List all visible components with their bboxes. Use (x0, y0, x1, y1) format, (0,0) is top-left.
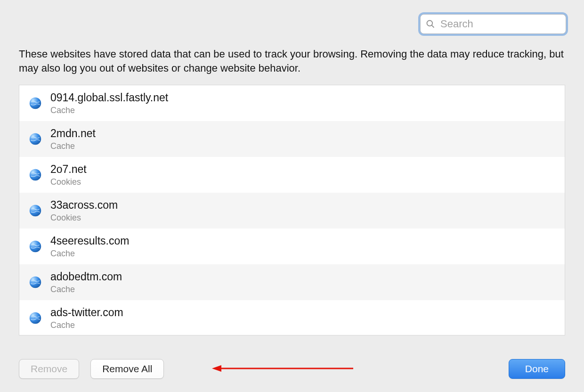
row-text: 4seeresults.com Cache (50, 234, 129, 259)
done-button[interactable]: Done (509, 359, 565, 379)
globe-icon (29, 97, 42, 110)
site-domain: adobedtm.com (50, 270, 122, 284)
svg-line-1 (432, 25, 434, 28)
site-domain: ads-twitter.com (50, 306, 123, 319)
site-detail: Cookies (50, 177, 87, 188)
row-text: 33across.com Cookies (50, 198, 118, 223)
site-detail: Cache (50, 249, 129, 259)
search-icon (426, 19, 435, 29)
svg-point-8 (30, 312, 41, 324)
globe-icon (29, 311, 42, 325)
site-detail: Cookies (50, 213, 118, 223)
list-item[interactable]: 2o7.net Cookies (19, 157, 565, 193)
site-detail: Cache (50, 141, 96, 152)
svg-point-2 (30, 98, 41, 109)
list-item[interactable]: adobedtm.com Cache (19, 264, 565, 300)
svg-point-7 (30, 277, 41, 288)
globe-icon (29, 240, 42, 253)
search-input[interactable] (420, 14, 566, 34)
button-bar: Remove Remove All Done (19, 359, 565, 379)
globe-icon (29, 132, 42, 146)
site-domain: 33across.com (50, 198, 118, 212)
svg-point-6 (30, 241, 41, 253)
svg-point-4 (30, 169, 41, 181)
website-data-list[interactable]: 0914.global.ssl.fastly.net Cache 2mdn.ne… (19, 85, 565, 335)
list-item[interactable]: 2mdn.net Cache (19, 121, 565, 157)
globe-icon (29, 168, 42, 181)
svg-point-3 (30, 133, 41, 145)
svg-point-0 (427, 21, 433, 26)
site-detail: Cache (50, 106, 168, 116)
globe-icon (29, 204, 42, 217)
site-domain: 4seeresults.com (50, 234, 129, 248)
row-text: 0914.global.ssl.fastly.net Cache (50, 91, 168, 115)
list-item[interactable]: 4seeresults.com Cache (19, 229, 565, 264)
description-text: These websites have stored data that can… (19, 47, 565, 75)
site-domain: 2o7.net (50, 163, 87, 176)
search-container (420, 14, 566, 34)
site-detail: Cache (50, 285, 122, 295)
list-item[interactable]: 0914.global.ssl.fastly.net Cache (19, 85, 565, 121)
site-domain: 2mdn.net (50, 127, 96, 140)
remove-all-button[interactable]: Remove All (90, 359, 164, 379)
row-text: 2o7.net Cookies (50, 163, 87, 187)
site-detail: Cache (50, 320, 123, 331)
globe-icon (29, 276, 42, 289)
row-text: ads-twitter.com Cache (50, 306, 123, 330)
row-text: adobedtm.com Cache (50, 270, 122, 294)
site-domain: 0914.global.ssl.fastly.net (50, 91, 168, 105)
row-text: 2mdn.net Cache (50, 127, 96, 151)
list-item[interactable]: 33across.com Cookies (19, 193, 565, 229)
remove-button: Remove (19, 359, 79, 379)
list-item[interactable]: ads-twitter.com Cache (19, 300, 565, 335)
svg-point-5 (30, 205, 41, 217)
